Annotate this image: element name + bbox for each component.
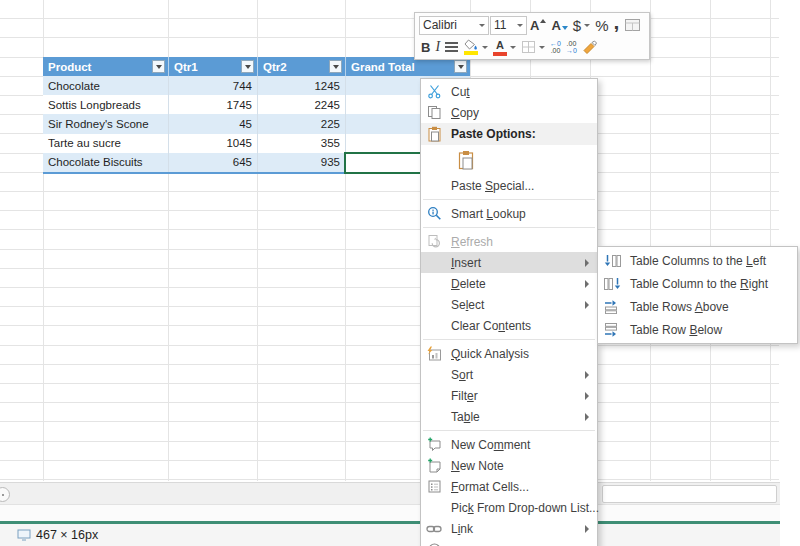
table-cell[interactable]: 355 xyxy=(257,134,345,153)
bold-button[interactable]: B xyxy=(419,37,432,57)
table-header-row: Product Qtr1 Qtr2 Grand Total xyxy=(43,57,470,76)
new-comment-icon xyxy=(421,437,447,452)
scrollbar-left-knob[interactable] xyxy=(0,487,10,502)
caret-down-icon xyxy=(562,26,568,30)
fill-color-button[interactable] xyxy=(461,37,490,57)
smart-lookup-icon xyxy=(421,206,447,221)
table-cell[interactable]: 744 xyxy=(168,76,257,95)
table-cell[interactable]: 645 xyxy=(168,153,257,172)
menu-item-new-comment[interactable]: New Comment xyxy=(421,434,597,455)
increase-decimal-button[interactable]: ←0 .00 xyxy=(548,37,563,57)
menu-item-select[interactable]: Select xyxy=(421,294,597,315)
header-cell-qtr1[interactable]: Qtr1 xyxy=(168,57,257,76)
italic-button[interactable]: I xyxy=(433,37,442,57)
format-as-table-icon xyxy=(624,18,641,32)
submenu-arrow-icon xyxy=(585,280,589,288)
table-cell[interactable]: 1745 xyxy=(168,95,257,114)
filter-caret-icon xyxy=(156,65,162,69)
format-cells-icon xyxy=(421,479,447,494)
format-painter-button[interactable] xyxy=(580,37,600,57)
horizontal-scrollbar[interactable] xyxy=(0,482,780,505)
header-cell-qtr2[interactable]: Qtr2 xyxy=(257,57,345,76)
chevron-down-icon xyxy=(517,24,523,27)
menu-separator xyxy=(423,227,595,228)
menu-item-link[interactable]: Link xyxy=(421,518,597,539)
chevron-down-icon xyxy=(539,46,545,49)
borders-button[interactable] xyxy=(519,37,547,57)
paste-icon xyxy=(457,150,475,170)
menu-item-filter[interactable]: Filter xyxy=(421,385,597,406)
table-cell[interactable]: Chocolate xyxy=(43,76,168,95)
currency-icon: $ xyxy=(573,17,581,34)
selection-size-text: 467 × 16px xyxy=(36,528,98,542)
table-cell[interactable]: 1045 xyxy=(168,134,257,153)
filter-dropdown-button[interactable] xyxy=(152,60,165,73)
monitor-icon xyxy=(17,529,31,541)
submenu-item-table-column-right[interactable]: Table Column to the Right xyxy=(598,272,797,295)
caret-up-icon xyxy=(540,19,546,23)
submenu-item-table-columns-left[interactable]: Table Columns to the Left xyxy=(598,249,797,272)
table-cell[interactable]: Chocolate Biscuits xyxy=(43,153,168,172)
accounting-format-button[interactable]: $ xyxy=(571,15,592,35)
table-cell[interactable]: Tarte au sucre xyxy=(43,134,168,153)
menu-item-paste-special[interactable]: Paste Special... xyxy=(421,175,597,196)
menu-item-insert[interactable]: Insert xyxy=(421,252,597,273)
excel-window: Product Qtr1 Qtr2 Grand Total Chocolate … xyxy=(0,0,800,546)
percent-icon: % xyxy=(595,17,608,34)
percent-style-button[interactable]: % xyxy=(593,15,610,35)
table-row-below-icon xyxy=(598,323,626,337)
font-name-combo[interactable]: Calibri xyxy=(419,16,489,35)
filter-dropdown-button[interactable] xyxy=(329,60,342,73)
menu-item-format-cells[interactable]: Format Cells... xyxy=(421,476,597,497)
filter-dropdown-button[interactable] xyxy=(454,60,467,73)
submenu-arrow-icon xyxy=(585,301,589,309)
table-cell[interactable]: 45 xyxy=(168,114,257,133)
paste-options-row xyxy=(421,145,597,175)
header-label: Grand Total xyxy=(351,61,415,73)
decrease-decimal-button[interactable]: .00 →0 xyxy=(564,37,579,57)
menu-item-copy[interactable]: Copy xyxy=(421,102,597,123)
menu-item-new-note[interactable]: New Note xyxy=(421,455,597,476)
filter-caret-icon xyxy=(245,65,251,69)
table-cell[interactable]: 225 xyxy=(257,114,345,133)
header-cell-product[interactable]: Product xyxy=(43,57,168,76)
menu-item-pick-from-list[interactable]: Pick From Drop-down List... xyxy=(421,497,597,518)
menu-label-paste-options: Paste Options: xyxy=(421,123,597,145)
paste-icon xyxy=(421,126,447,142)
menu-item-quick-analysis[interactable]: Quick Analysis xyxy=(421,343,597,364)
fill-color-icon xyxy=(463,39,479,55)
table-cell[interactable]: 935 xyxy=(257,153,345,172)
comma-style-button[interactable]: , xyxy=(611,15,621,35)
menu-separator xyxy=(423,430,595,431)
submenu-item-table-row-below[interactable]: Table Row Below xyxy=(598,318,797,341)
scrollbar-thumb[interactable] xyxy=(602,485,777,503)
increase-decimal-icon: ←0 .00 xyxy=(550,40,561,54)
statusbar-strip xyxy=(0,505,780,521)
font-color-button[interactable]: A xyxy=(491,37,518,57)
font-size-combo[interactable]: 11 xyxy=(490,16,527,35)
submenu-item-table-rows-above[interactable]: Table Rows Above xyxy=(598,295,797,318)
menu-item-sort[interactable]: Sort xyxy=(421,364,597,385)
table-cell[interactable]: Sir Rodney's Scone xyxy=(43,114,168,133)
selection-size-indicator: 467 × 16px xyxy=(17,528,98,542)
menu-item-delete[interactable]: Delete xyxy=(421,273,597,294)
format-as-table-button[interactable] xyxy=(622,15,643,35)
center-align-button[interactable] xyxy=(443,37,460,57)
menu-item-table[interactable]: Table xyxy=(421,406,597,427)
table-row: Sottis Longbreads 1745 2245 xyxy=(43,95,470,114)
table-cell[interactable]: 2245 xyxy=(257,95,345,114)
menu-item-clear-contents[interactable]: Clear Contents xyxy=(421,315,597,336)
align-lines-icon xyxy=(445,40,458,54)
shrink-font-button[interactable]: A xyxy=(549,15,569,35)
menu-item-cut[interactable]: Cut xyxy=(421,81,597,102)
grow-font-button[interactable]: A xyxy=(528,15,548,35)
paste-keep-source-button[interactable] xyxy=(457,150,475,170)
submenu-arrow-icon xyxy=(585,392,589,400)
table-cell[interactable]: 1245 xyxy=(257,76,345,95)
gridline xyxy=(770,0,771,481)
filter-dropdown-button[interactable] xyxy=(241,60,254,73)
menu-item-smart-lookup[interactable]: Smart Lookup xyxy=(421,203,597,224)
table-cell[interactable]: Sottis Longbreads xyxy=(43,95,168,114)
header-label: Qtr1 xyxy=(174,61,198,73)
submenu-arrow-icon xyxy=(585,525,589,533)
